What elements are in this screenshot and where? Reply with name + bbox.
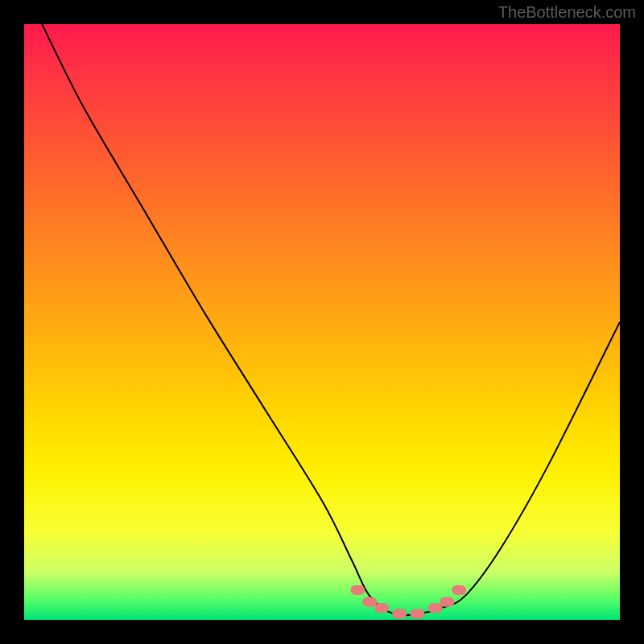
chart-plot-area	[24, 24, 620, 620]
curve-marker	[428, 603, 443, 613]
curve-marker	[440, 597, 454, 607]
curve-marker	[350, 585, 365, 595]
curve-markers	[350, 585, 466, 619]
bottleneck-curve-path	[42, 24, 620, 616]
curve-marker	[410, 609, 424, 619]
curve-marker	[452, 585, 466, 595]
curve-marker	[362, 597, 377, 607]
curve-marker	[374, 603, 389, 613]
watermark-text: TheBottleneck.com	[498, 3, 636, 22]
bottleneck-curve-svg	[24, 24, 620, 620]
curve-marker	[392, 609, 407, 619]
